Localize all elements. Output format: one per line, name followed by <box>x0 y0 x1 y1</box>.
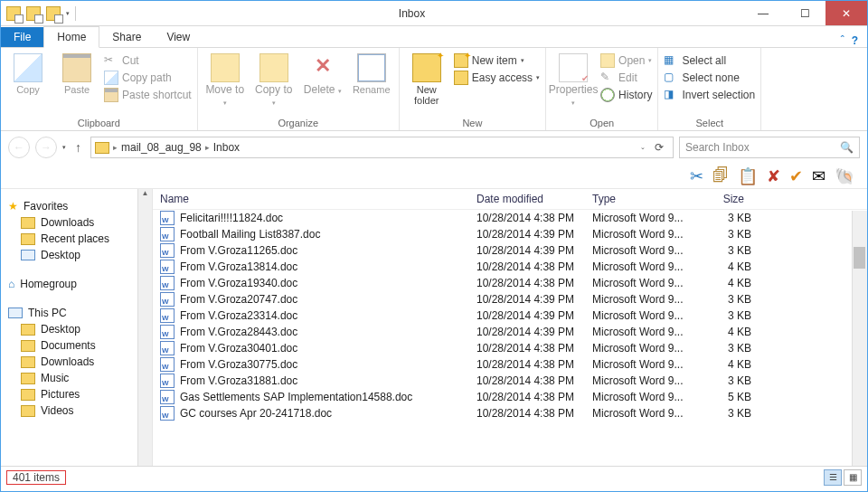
invert-selection-button[interactable]: ◨Invert selection <box>664 88 755 102</box>
nav-pc-pictures[interactable]: Pictures <box>1 386 152 402</box>
copy-icon[interactable]: 🗐 <box>712 166 729 185</box>
paste-button[interactable]: Paste <box>55 52 99 95</box>
file-size: 3 KB <box>701 212 751 224</box>
file-type: Microsoft Word 9... <box>592 358 701 371</box>
select-all-button[interactable]: ▦Select all <box>664 53 755 68</box>
share-tab[interactable]: Share <box>99 27 154 47</box>
breadcrumb-dropdown-icon[interactable]: ⌄ <box>640 144 646 151</box>
home-tab[interactable]: Home <box>43 26 99 48</box>
file-date: 10/28/2014 4:38 PM <box>476 277 592 289</box>
qat-icon[interactable] <box>6 6 21 21</box>
paste-icon[interactable]: 📋 <box>738 166 758 186</box>
nav-pc-downloads[interactable]: Downloads <box>1 354 152 370</box>
open-button[interactable]: Open ▾ <box>600 53 652 68</box>
cut-button[interactable]: ✂Cut <box>104 53 192 68</box>
nav-scrollbar[interactable]: ▲ <box>137 189 152 466</box>
help-icon[interactable]: ? <box>852 34 858 47</box>
table-row[interactable]: From V.Groza31881.doc10/28/2014 4:38 PMM… <box>153 373 867 389</box>
select-none-button[interactable]: ▢Select none <box>664 71 755 85</box>
file-size: 3 KB <box>701 228 751 241</box>
homegroup-header[interactable]: ⌂Homegroup <box>1 276 152 292</box>
close-button[interactable]: ✕ <box>826 1 867 25</box>
pc-icon <box>8 308 23 318</box>
delete-icon[interactable]: ✘ <box>767 166 780 186</box>
qat-dropdown-icon[interactable]: ▾ <box>66 10 70 17</box>
breadcrumb-seg[interactable]: Inbox <box>213 141 240 154</box>
nav-desktop[interactable]: Desktop <box>1 247 152 263</box>
pane-scrollbar[interactable] <box>852 211 867 466</box>
title-bar: ▾ Inbox — ☐ ✕ <box>1 1 867 26</box>
clipboard-group-label: Clipboard <box>6 116 192 128</box>
breadcrumb[interactable]: ▸ mail_08_aug_98 ▸ Inbox ⌄ ⟳ <box>90 137 674 158</box>
favorites-header[interactable]: ★Favorites <box>1 198 152 214</box>
address-bar: ← → ▾ ↑ ▸ mail_08_aug_98 ▸ Inbox ⌄ ⟳ Sea… <box>1 131 867 164</box>
mail-icon[interactable]: ✉ <box>812 166 826 186</box>
column-headers[interactable]: Name Date modified Type Size <box>153 189 867 210</box>
new-item-button[interactable]: New item ▾ <box>454 53 540 68</box>
shell-icon[interactable]: 🐚 <box>835 166 854 186</box>
collapse-ribbon-icon[interactable]: ˆ <box>841 34 844 47</box>
maximize-button[interactable]: ☐ <box>784 1 826 25</box>
copy-path-button[interactable]: Copy path <box>104 71 192 85</box>
copy-to-button[interactable]: Copy to ▾ <box>252 52 296 107</box>
file-name: GC courses Apr 20-241718.doc <box>180 407 332 420</box>
qat-icon[interactable] <box>46 6 61 21</box>
nav-downloads[interactable]: Downloads <box>1 214 152 231</box>
nav-recent[interactable]: Recent places <box>1 231 152 247</box>
homegroup-icon: ⌂ <box>8 278 14 290</box>
refresh-button[interactable]: ⟳ <box>649 141 669 154</box>
table-row[interactable]: From V.Groza19340.doc10/28/2014 4:38 PMM… <box>153 275 867 291</box>
table-row[interactable]: From V.Groza30401.doc10/28/2014 4:38 PMM… <box>153 340 867 356</box>
folder-icon <box>21 340 35 352</box>
table-row[interactable]: From V.Groza28443.doc10/28/2014 4:39 PMM… <box>153 324 867 340</box>
table-row[interactable]: Gas Settlements SAP Implementation14588.… <box>153 389 867 405</box>
col-size[interactable]: Size <box>701 193 751 205</box>
table-row[interactable]: From V.Groza11265.doc10/28/2014 4:39 PMM… <box>153 242 867 259</box>
select-none-icon: ▢ <box>664 71 678 85</box>
easy-access-button[interactable]: Easy access ▾ <box>454 71 540 85</box>
table-row[interactable]: Football Mailing List8387.doc10/28/2014 … <box>153 226 867 242</box>
delete-button[interactable]: ✕Delete ▾ <box>301 52 344 96</box>
paste-shortcut-button[interactable]: Paste shortcut <box>104 88 192 102</box>
check-icon[interactable]: ✔ <box>789 166 803 186</box>
properties-button[interactable]: Properties ▾ <box>552 52 595 107</box>
nav-pc-music[interactable]: Music <box>1 370 152 386</box>
back-button[interactable]: ← <box>8 137 30 158</box>
ribbon-tabs: File Home Share View ˆ ? <box>1 26 867 48</box>
file-date: 10/28/2014 4:39 PM <box>476 244 592 257</box>
thispc-header[interactable]: This PC <box>1 305 152 321</box>
nav-pc-documents[interactable]: Documents <box>1 337 152 354</box>
table-row[interactable]: Felicitari!!!!11824.doc10/28/2014 4:38 P… <box>153 210 867 226</box>
up-button[interactable]: ↑ <box>71 140 85 155</box>
move-to-button[interactable]: Move to ▾ <box>203 52 247 107</box>
file-name: From V.Groza23314.doc <box>180 309 297 322</box>
new-folder-button[interactable]: New folder <box>405 52 448 106</box>
edit-button[interactable]: ✎Edit <box>600 71 652 85</box>
qat-icon[interactable] <box>26 6 41 21</box>
select-group-label: Select <box>664 116 755 128</box>
forward-button[interactable]: → <box>35 137 57 158</box>
nav-pc-desktop[interactable]: Desktop <box>1 321 152 337</box>
minimize-button[interactable]: — <box>742 1 784 25</box>
rename-button[interactable]: Rename <box>350 52 393 95</box>
history-dropdown-icon[interactable]: ▾ <box>62 144 66 151</box>
icons-view-button[interactable]: ▦ <box>844 469 862 486</box>
nav-pc-videos[interactable]: Videos <box>1 402 152 419</box>
table-row[interactable]: GC courses Apr 20-241718.doc10/28/2014 4… <box>153 405 867 421</box>
table-row[interactable]: From V.Groza20747.doc10/28/2014 4:39 PMM… <box>153 291 867 308</box>
file-tab[interactable]: File <box>1 27 43 47</box>
table-row[interactable]: From V.Groza23314.doc10/28/2014 4:39 PMM… <box>153 308 867 324</box>
copy-button[interactable]: Copy <box>6 52 50 95</box>
search-input[interactable]: Search Inbox 🔍 <box>679 137 860 158</box>
breadcrumb-seg[interactable]: mail_08_aug_98 <box>121 141 202 154</box>
table-row[interactable]: From V.Groza13814.doc10/28/2014 4:38 PMM… <box>153 259 867 275</box>
word-doc-icon <box>160 227 175 241</box>
table-row[interactable]: From V.Groza30775.doc10/28/2014 4:38 PMM… <box>153 356 867 373</box>
history-button[interactable]: History <box>600 88 652 102</box>
col-name[interactable]: Name <box>160 193 476 205</box>
col-date[interactable]: Date modified <box>476 193 592 205</box>
view-tab[interactable]: View <box>154 27 203 47</box>
details-view-button[interactable]: ☰ <box>824 469 842 486</box>
cut-icon[interactable]: ✂ <box>690 166 703 186</box>
col-type[interactable]: Type <box>592 193 701 205</box>
